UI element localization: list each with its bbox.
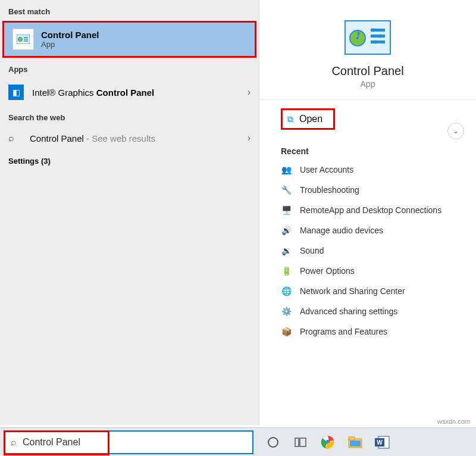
recent-item[interactable]: 👥User Accounts [259,160,476,180]
intel-graphics-icon: ◧ [8,85,24,100]
svg-point-13 [374,40,377,44]
recent-item[interactable]: 🔋Power Options [259,261,476,281]
network-icon: 🌐 [281,286,292,296]
troubleshooting-icon: 🔧 [281,185,292,195]
best-match-header: Best match [0,0,259,21]
recent-item-label: RemoteApp and Desktop Connections [300,205,441,215]
svg-rect-10 [371,40,385,43]
best-match-sub: App [41,40,99,49]
recent-item[interactable]: 🔧Troubleshooting [259,180,476,200]
svg-text:W: W [377,439,383,446]
recent-item-label: Programs and Features [300,327,387,336]
power-options-icon: 🔋 [281,266,292,276]
search-input[interactable] [23,437,246,448]
sharing-icon: ⚙️ [281,306,292,317]
web-result-item[interactable]: ⌕ Control Panel - See web results › [0,127,259,149]
expand-button[interactable]: ⌄ [447,123,464,139]
chevron-right-icon[interactable]: › [248,87,250,98]
recent-item[interactable]: 📦Programs and Features [259,321,476,342]
svg-rect-16 [300,438,306,446]
taskbar-search-box[interactable]: ⌕ [4,430,253,454]
search-icon: ⌕ [8,133,20,143]
search-results-panel: Best match Control Panel App Apps ◧ Inte… [0,0,259,425]
recent-item-label: Power Options [300,266,355,276]
best-match-result[interactable]: Control Panel App [2,21,256,58]
svg-rect-21 [350,441,361,446]
svg-point-7 [356,37,359,39]
svg-rect-4 [24,40,28,42]
svg-rect-20 [349,437,355,440]
control-panel-icon [345,20,391,55]
svg-point-11 [371,29,375,32]
svg-point-1 [18,38,23,42]
task-view-icon[interactable] [292,433,309,451]
preview-title: Control Panel [331,64,403,78]
programs-icon: 📦 [281,326,292,337]
remoteapp-icon: 🖥️ [281,205,292,215]
svg-rect-9 [371,35,385,38]
watermark: wsxdn.com [437,418,470,425]
recent-item-label: Manage audio devices [300,226,383,235]
svg-rect-2 [24,37,28,38]
chrome-icon[interactable] [319,433,337,451]
file-explorer-icon[interactable] [346,433,364,451]
svg-rect-3 [24,39,28,40]
svg-point-12 [378,35,382,38]
open-action[interactable]: ⧉ Open [281,108,335,130]
preview-hero: Control Panel App [259,0,476,100]
chevron-right-icon[interactable]: › [248,133,250,143]
open-icon: ⧉ [287,114,293,124]
search-web-header: Search the web [0,106,259,127]
search-icon: ⌕ [11,437,17,448]
apps-header: Apps [0,58,259,79]
settings-header[interactable]: Settings (3) [0,149,259,170]
recent-item-label: Network and Sharing Center [300,286,405,296]
app-result-item[interactable]: ◧ Intel® Graphics Control Panel › [0,79,259,106]
web-result-label: Control Panel - See web results [30,133,248,143]
recent-item[interactable]: 🌐Network and Sharing Center [259,281,476,301]
open-label: Open [299,114,322,124]
open-action-row: ⧉ Open ⌄ [259,100,476,138]
recent-item-label: Troubleshooting [300,185,359,195]
taskbar: ⌕ W [0,427,476,456]
word-icon[interactable]: W [374,433,392,451]
user-accounts-icon: 👥 [281,164,292,175]
recent-item-label: Advanced sharing settings [300,307,397,316]
cortana-icon[interactable] [264,433,282,451]
svg-point-14 [268,438,278,447]
preview-panel: Control Panel App ⧉ Open ⌄ Recent 👥User … [259,0,476,425]
sound-icon: 🔉 [281,245,292,256]
svg-rect-15 [295,438,299,446]
app-result-label: Intel® Graphics Control Panel [32,88,248,98]
recent-item[interactable]: 🖥️RemoteApp and Desktop Connections [259,200,476,220]
recent-item[interactable]: 🔊Manage audio devices [259,220,476,241]
recent-item-label: Sound [300,246,324,255]
best-match-title: Control Panel [41,30,99,40]
recent-header: Recent [259,138,476,160]
control-panel-icon [12,29,34,50]
audio-devices-icon: 🔊 [281,225,292,236]
recent-item[interactable]: 🔉Sound [259,241,476,261]
recent-item-label: User Accounts [300,165,353,174]
recent-item[interactable]: ⚙️Advanced sharing settings [259,301,476,321]
preview-sub: App [361,79,375,89]
